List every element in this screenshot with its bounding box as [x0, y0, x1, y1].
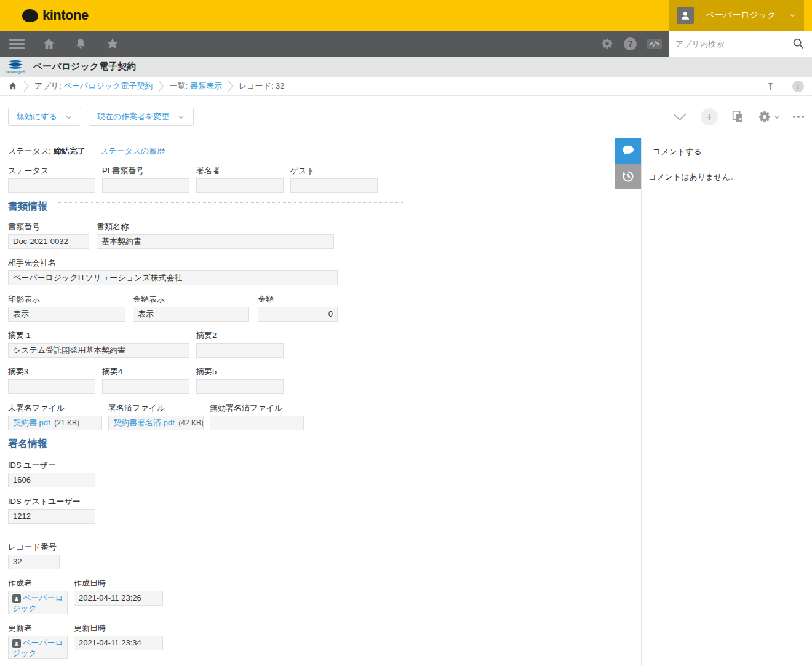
- record-settings-button[interactable]: [757, 109, 780, 124]
- comments-empty-row: コメントはありません。: [642, 165, 812, 189]
- field-ids-guest-user: IDS ゲストユーザー 1212: [8, 496, 95, 524]
- chevron-down-icon: [788, 11, 797, 20]
- app-header-bar: paperlogic® ペーパロジック電子契約: [0, 57, 812, 77]
- field-signer: 署名者: [196, 165, 284, 193]
- field-doc-title: 書類名称 基本契約書: [97, 221, 334, 249]
- field-summary5-value: [196, 379, 284, 394]
- collapse-chevron-icon[interactable]: [672, 112, 688, 122]
- field-pl-doc-no-value: [102, 178, 189, 193]
- field-ids-user: IDS ユーザー 1606: [8, 460, 95, 487]
- breadcrumb-app-link[interactable]: ペーパロジック電子契約: [64, 81, 153, 92]
- status-label: ステータス:: [8, 146, 51, 157]
- field-amount-value: 0: [258, 307, 338, 322]
- field-summary4: 摘要4: [102, 366, 189, 394]
- signed-file-size: (42 KB): [178, 419, 204, 427]
- info-icon[interactable]: i: [792, 81, 804, 92]
- field-summary3-value: [8, 379, 95, 394]
- record-toolbar: 無効にする 現在の作業者を変更 +: [0, 96, 812, 138]
- chevron-down-icon: [65, 113, 73, 121]
- field-guest-value: [290, 178, 378, 193]
- breadcrumb-home-icon[interactable]: [8, 81, 18, 91]
- notifications-bell-icon[interactable]: [69, 31, 92, 57]
- record-form: ステータス: 締結完了 ステータスの履歴 ステータス PL書類番号 署名者: [0, 138, 641, 666]
- add-record-button[interactable]: +: [701, 108, 718, 125]
- field-amount: 金額 0: [258, 294, 338, 322]
- add-comment-link[interactable]: コメントする: [653, 146, 702, 157]
- field-record-no: レコード番号 32: [8, 542, 60, 569]
- gear-icon: [757, 109, 772, 124]
- field-summary2-value: [196, 343, 284, 358]
- chevron-down-icon: [177, 113, 185, 121]
- app-title: ペーパロジック電子契約: [33, 61, 136, 73]
- section-sign-info: 署名情報: [8, 438, 404, 450]
- field-updated-by: 更新者 ペーパーロジック: [8, 623, 68, 659]
- breadcrumb: アプリ: ペーパロジック電子契約 一覧: 書類表示 レコード: 32 i: [0, 77, 812, 96]
- status-history-link[interactable]: ステータスの履歴: [100, 146, 165, 157]
- field-amount-display-value: 表示: [133, 307, 249, 322]
- disable-record-button[interactable]: 無効にする: [8, 108, 81, 126]
- section-divider: [58, 440, 404, 440]
- process-status: ステータス: 締結完了 ステータスの履歴: [8, 146, 641, 157]
- user-avatar-icon: [12, 594, 21, 603]
- search-input[interactable]: [669, 31, 785, 57]
- field-amount-display: 金額表示 表示: [133, 294, 249, 322]
- duplicate-record-icon[interactable]: [731, 109, 744, 124]
- breadcrumb-view-link[interactable]: 書類表示: [190, 81, 222, 92]
- app-search-box: [669, 31, 812, 57]
- global-nav-bar: ? </>: [0, 31, 812, 57]
- breadcrumb-record-label: レコード: 32: [239, 81, 285, 92]
- field-created-by: 作成者 ペーパーロジック: [8, 578, 68, 614]
- field-created-at: 作成日時 2021-04-11 23:26: [74, 578, 163, 614]
- field-summary3: 摘要3: [8, 366, 95, 394]
- field-summary2: 摘要2: [196, 330, 284, 358]
- field-partner-company-value: ペーパーロジックITソリューションズ株式会社: [8, 270, 338, 285]
- add-comment-row: コメントする: [642, 138, 812, 165]
- settings-gear-icon[interactable]: [600, 37, 614, 50]
- breadcrumb-separator-icon: [23, 79, 29, 93]
- field-signed-file: 署名済ファイル 契約書署名済.pdf (42 KB): [108, 403, 204, 430]
- more-options-button[interactable]: [793, 116, 804, 118]
- field-seal-display: 印影表示 表示: [8, 294, 125, 322]
- kintone-record-page: kintone ペーパーロジック: [0, 0, 812, 667]
- field-updated-at-value: 2021-04-11 23:34: [74, 636, 163, 650]
- tab-comments[interactable]: [615, 138, 641, 164]
- field-unsigned-file: 未署名ファイル 契約書.pdf (21 KB): [8, 403, 102, 430]
- section-doc-info: 書類情報: [8, 200, 404, 213]
- breadcrumb-view-label: 一覧:: [169, 81, 188, 92]
- favorites-star-icon[interactable]: [101, 31, 124, 57]
- field-ids-guest-user-value: 1212: [8, 509, 95, 524]
- unsigned-file-link[interactable]: 契約書.pdf: [13, 418, 50, 427]
- menu-hamburger-icon[interactable]: [5, 31, 28, 57]
- record-body: ステータス: 締結完了 ステータスの履歴 ステータス PL書類番号 署名者: [0, 138, 812, 666]
- field-summary1: 摘要 1 システム受託開発用基本契約書: [8, 330, 189, 358]
- history-clock-icon: [621, 169, 635, 184]
- field-created-at-value: 2021-04-11 23:26: [74, 591, 163, 606]
- section-divider: [58, 202, 404, 203]
- kintone-logo[interactable]: kintone: [22, 7, 89, 23]
- field-status: ステータス: [8, 165, 95, 193]
- search-icon[interactable]: [785, 31, 812, 57]
- field-summary4-value: [102, 379, 189, 394]
- field-pl-doc-no: PL書類番号: [102, 165, 189, 193]
- help-icon[interactable]: ?: [624, 37, 637, 50]
- field-partner-company: 相手先会社名 ペーパーロジックITソリューションズ株式会社: [8, 258, 338, 285]
- field-doc-title-value: 基本契約書: [97, 234, 334, 249]
- top-bar: kintone ペーパーロジック: [0, 0, 812, 31]
- user-menu[interactable]: ペーパーロジック: [669, 0, 804, 31]
- pin-icon[interactable]: [766, 82, 775, 91]
- field-ids-user-value: 1606: [8, 473, 95, 487]
- user-name: ペーパーロジック: [694, 10, 788, 21]
- kintone-cloud-icon: [22, 9, 38, 22]
- field-doc-no-value: Doc-2021-0032: [8, 234, 89, 249]
- breadcrumb-app-label: アプリ:: [34, 81, 62, 92]
- tab-change-history[interactable]: [615, 164, 641, 189]
- field-doc-no: 書類番号 Doc-2021-0032: [8, 221, 89, 249]
- signed-file-link[interactable]: 契約書署名済.pdf: [113, 418, 175, 427]
- field-updated-at: 更新日時 2021-04-11 23:34: [74, 623, 163, 659]
- code-api-icon[interactable]: </>: [647, 39, 662, 49]
- comment-bubble-icon: [621, 144, 635, 157]
- home-icon[interactable]: [37, 31, 60, 57]
- change-assignee-button[interactable]: 現在の作業者を変更: [89, 108, 194, 126]
- breadcrumb-separator-icon: [228, 79, 233, 93]
- comments-empty-message: コメントはありません。: [648, 172, 738, 183]
